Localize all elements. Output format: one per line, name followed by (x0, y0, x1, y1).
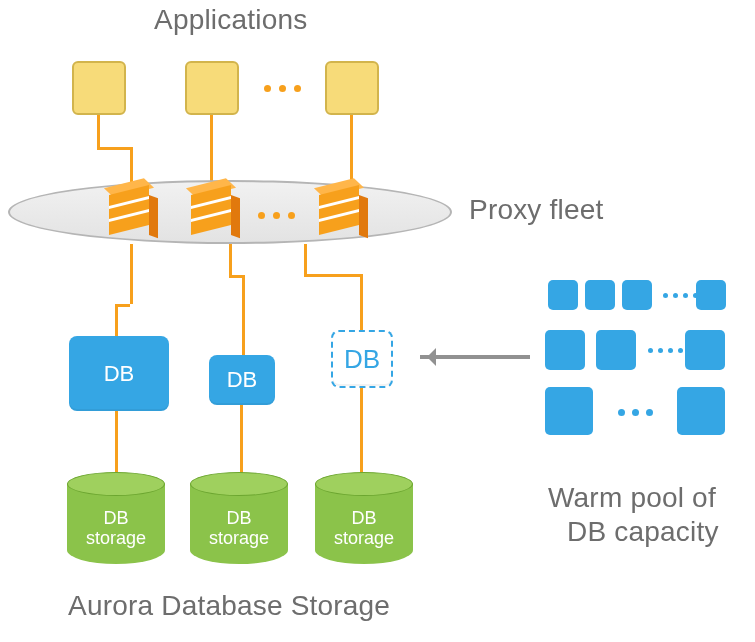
db-label: DB (227, 367, 258, 393)
db-dashed: DB (331, 330, 393, 388)
connector (115, 411, 118, 476)
connector (97, 115, 100, 147)
arrow-left-icon (420, 355, 530, 359)
ellipsis-icon (648, 348, 683, 353)
connector (115, 304, 118, 336)
server-icon (191, 195, 231, 235)
application-box (72, 61, 126, 115)
ellipsis-icon (618, 409, 653, 416)
ellipsis-icon (258, 212, 295, 219)
capacity-unit (545, 387, 593, 435)
capacity-unit (696, 280, 726, 310)
connector (242, 275, 245, 355)
capacity-unit (622, 280, 652, 310)
capacity-unit (685, 330, 725, 370)
connector (360, 274, 363, 332)
warm-pool (545, 275, 745, 440)
capacity-unit (585, 280, 615, 310)
warm-pool-label: Warm pool of (548, 482, 716, 514)
ellipsis-icon (663, 293, 698, 298)
applications-title: Applications (154, 4, 307, 36)
db-large: DB (69, 336, 169, 411)
connector (350, 115, 353, 184)
storage-label: storage (334, 528, 394, 548)
storage-label: storage (209, 528, 269, 548)
aurora-storage-label: Aurora Database Storage (68, 590, 390, 622)
connector (97, 147, 132, 150)
ellipsis-icon (264, 85, 301, 92)
warm-pool-label: DB capacity (567, 516, 719, 548)
application-box (325, 61, 379, 115)
capacity-unit (677, 387, 725, 435)
connector (229, 244, 232, 275)
db-medium: DB (209, 355, 275, 405)
storage-label: DB (351, 508, 376, 528)
storage-label: DB (226, 508, 251, 528)
application-box (185, 61, 239, 115)
db-label: DB (104, 361, 135, 387)
proxy-fleet-label: Proxy fleet (469, 194, 603, 226)
server-icon (319, 195, 359, 235)
storage-label: DB (103, 508, 128, 528)
capacity-unit (548, 280, 578, 310)
connector (304, 244, 307, 274)
connector (210, 115, 213, 184)
connector (240, 405, 243, 476)
connector (304, 274, 362, 277)
storage-cylinder: DBstorage (67, 472, 165, 564)
connector (360, 388, 363, 476)
storage-label: storage (86, 528, 146, 548)
server-icon (109, 195, 149, 235)
connector (130, 244, 133, 304)
db-label: DB (344, 344, 380, 375)
storage-cylinder: DBstorage (190, 472, 288, 564)
capacity-unit (596, 330, 636, 370)
capacity-unit (545, 330, 585, 370)
storage-cylinder: DBstorage (315, 472, 413, 564)
